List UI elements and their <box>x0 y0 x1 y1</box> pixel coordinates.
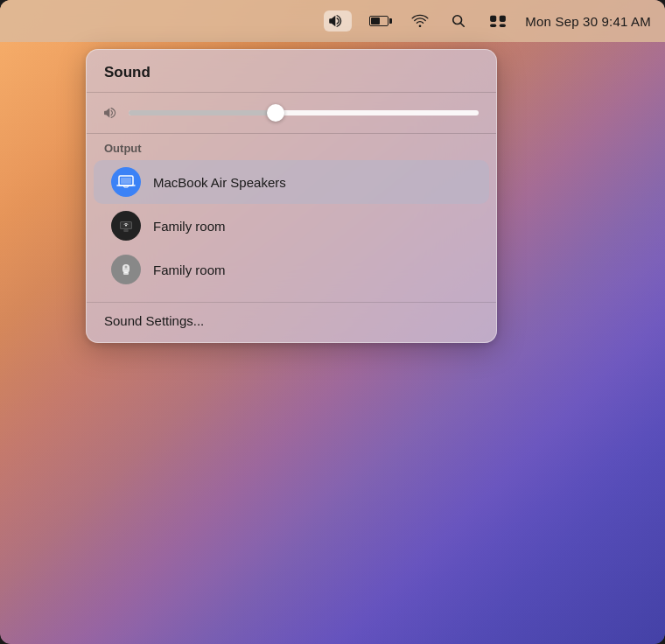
svg-rect-2 <box>490 16 496 22</box>
spotlight-menubar-icon[interactable] <box>446 10 471 32</box>
sound-settings-button[interactable]: Sound Settings... <box>87 303 496 339</box>
control-center-icon <box>488 14 508 28</box>
svg-rect-7 <box>121 178 131 184</box>
sound-panel-title: Sound <box>87 64 496 92</box>
menubar-clock[interactable]: Mon Sep 30 9:41 AM <box>525 14 651 29</box>
wifi-icon <box>411 14 429 28</box>
output-item-appletv[interactable]: Family room <box>94 204 489 248</box>
speaker-icon <box>329 14 346 28</box>
menubar: Mon Sep 30 9:41 AM <box>0 0 665 42</box>
macbook-air-speakers-label: MacBook Air Speakers <box>153 175 286 190</box>
laptop-icon <box>116 174 136 190</box>
appletv-icon <box>116 218 136 234</box>
volume-section <box>87 93 496 133</box>
macbook-air-icon-bg <box>111 167 141 197</box>
output-item-homepod[interactable]: Family room <box>94 248 489 291</box>
battery-body <box>369 16 388 26</box>
appletv-icon-bg <box>111 211 141 241</box>
homepod-family-room-label: Family room <box>153 262 226 277</box>
output-item-macbook[interactable]: MacBook Air Speakers <box>94 160 489 204</box>
output-section: Output MacBook Air Speakers <box>87 133 496 295</box>
output-section-label: Output <box>87 142 496 160</box>
volume-slider-thumb[interactable] <box>267 104 284 122</box>
battery-menubar-icon[interactable] <box>364 12 394 30</box>
battery-fill <box>371 18 380 24</box>
sound-menubar-icon[interactable] <box>324 10 352 32</box>
svg-point-10 <box>125 225 127 227</box>
svg-rect-3 <box>500 16 506 22</box>
search-icon <box>452 14 466 28</box>
battery-icon <box>369 16 388 26</box>
volume-slider-fill <box>129 110 276 116</box>
control-center-menubar-icon[interactable] <box>483 10 513 32</box>
homepod-icon-bg <box>111 255 141 284</box>
svg-point-14 <box>125 266 128 269</box>
svg-rect-11 <box>124 229 129 231</box>
volume-speaker-icon <box>104 105 120 121</box>
svg-line-1 <box>461 23 465 26</box>
menubar-status-icons: Mon Sep 30 9:41 AM <box>324 10 651 32</box>
homepod-icon <box>116 260 136 279</box>
sound-panel: Sound Output MacBook Ai <box>86 49 497 343</box>
appletv-family-room-label: Family room <box>153 219 226 234</box>
wifi-menubar-icon[interactable] <box>406 10 434 32</box>
svg-rect-4 <box>490 24 496 28</box>
volume-slider[interactable] <box>129 110 479 116</box>
svg-rect-13 <box>123 272 129 275</box>
svg-rect-5 <box>500 24 506 28</box>
